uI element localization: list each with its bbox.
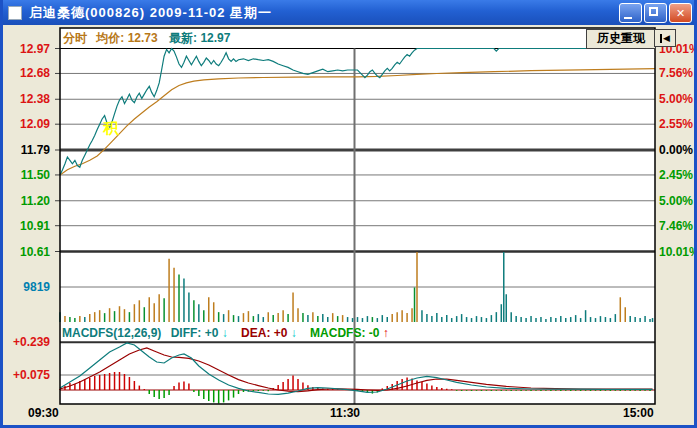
diff-down-arrow-icon: ↓ <box>222 326 228 340</box>
mode-label: 分时 <box>63 31 87 45</box>
chart-annotation: 积 <box>103 119 118 138</box>
app-icon <box>8 6 22 20</box>
maximize-icon <box>649 7 658 16</box>
price-axis-label: 12.09 <box>20 117 50 131</box>
price-axis-label: 12.68 <box>20 66 50 80</box>
skip-to-start-button[interactable]: ◀ <box>654 29 676 47</box>
price-axis-label: 10.61 <box>20 245 50 259</box>
percent-axis-label: 7.46% <box>659 219 693 233</box>
percent-axis-label: 5.00% <box>659 194 693 208</box>
percent-axis-label: 5.00% <box>659 92 693 106</box>
macd-diff-label: DIFF: +0 <box>171 326 219 340</box>
avg-price-label: 均价: 12.73 <box>96 31 157 45</box>
minimize-icon <box>624 17 632 19</box>
dea-down-arrow-icon: ↓ <box>291 326 297 340</box>
macd-indicator-row: MACDFS(12,26,9) DIFF: +0 ↓ DEA: +0 ↓ MAC… <box>62 326 389 340</box>
percent-axis-label: 7.56% <box>659 66 693 80</box>
price-axis-label: 12.97 <box>20 42 50 56</box>
last-price-label: 最新: 12.97 <box>169 31 230 45</box>
price-axis-label: 10.91 <box>20 219 50 233</box>
macd-value-label: MACDFS: -0 <box>310 326 379 340</box>
price-axis-label: 11.50 <box>21 168 50 182</box>
minimize-button[interactable] <box>619 3 642 23</box>
price-axis-label: 12.38 <box>20 92 50 106</box>
percent-axis-label: 2.55% <box>659 117 693 131</box>
macd-axis-label: +0.075 <box>13 368 50 382</box>
history-replay-button[interactable]: 历史重现 <box>586 29 656 49</box>
percent-axis-label: 0.00% <box>659 143 693 157</box>
close-icon: ✕ <box>670 5 691 21</box>
skip-to-start-icon <box>660 34 662 43</box>
price-axis-label: 11.79 <box>21 143 50 157</box>
maximize-button[interactable] <box>644 3 667 23</box>
window-title: 启迪桑德(000826) 2009-11-02 星期一 <box>29 4 272 22</box>
title-bar: 启迪桑德(000826) 2009-11-02 星期一 ✕ <box>0 0 697 25</box>
macd-name-label: MACDFS(12,26,9) <box>62 326 161 340</box>
window-controls: ✕ <box>619 3 692 23</box>
time-label-close: 15:00 <box>623 406 654 420</box>
app-window: 启迪桑德(000826) 2009-11-02 星期一 ✕ 分时 均价: 12.… <box>0 0 697 428</box>
volume-axis-label: 9819 <box>23 280 50 294</box>
chart-canvas <box>3 0 697 428</box>
percent-axis-label: 10.01% <box>659 245 697 259</box>
macd-dea-label: DEA: +0 <box>241 326 287 340</box>
macd-axis-label: +0.239 <box>13 335 50 349</box>
price-axis-label: 11.20 <box>21 194 50 208</box>
time-label-open: 09:30 <box>28 406 59 420</box>
macd-up-arrow-icon: ↑ <box>383 326 389 340</box>
chart-info-row: 分时 均价: 12.73 最新: 12.97 <box>63 30 230 47</box>
time-label-midday: 11:30 <box>330 406 360 420</box>
close-button[interactable]: ✕ <box>669 3 692 23</box>
percent-axis-label: 2.45% <box>659 168 693 182</box>
